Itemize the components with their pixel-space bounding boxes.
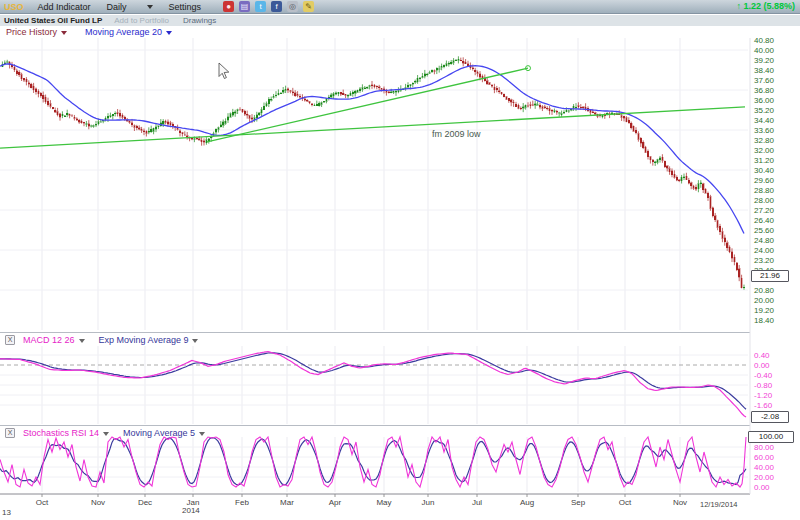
candle-body [81, 121, 83, 122]
candle-body [90, 126, 92, 127]
candle-body [659, 158, 661, 160]
candle-body [657, 160, 659, 162]
candle-body [321, 103, 323, 105]
candle-body [669, 169, 671, 172]
candle-body [530, 105, 532, 106]
macd-dropdown[interactable]: MACD 12 26 [23, 335, 85, 345]
candle-body [335, 93, 337, 94]
stoch-ma-dropdown[interactable]: Moving Average 5 [123, 428, 205, 438]
company-name: United States Oil Fund LP [4, 16, 102, 25]
candle-body [436, 68, 438, 70]
candle-body [230, 114, 232, 117]
price-history-dropdown[interactable]: Price History [6, 27, 67, 37]
symbol-badge[interactable]: USO [4, 2, 24, 12]
candle-body [621, 116, 623, 118]
daily-dropdown-caret-icon[interactable] [147, 5, 153, 9]
candle-body [66, 113, 68, 115]
x-axis-label: Mar [280, 498, 294, 507]
candle-body [446, 64, 448, 66]
candle-body [153, 128, 155, 131]
x-axis-label: Feb [235, 498, 249, 507]
twitter-icon[interactable]: t [255, 1, 266, 12]
candle-body [702, 184, 704, 190]
candle-body [681, 177, 683, 181]
menu-daily[interactable]: Daily [107, 2, 127, 12]
candle-body [508, 98, 510, 100]
candle-body [412, 83, 414, 84]
library-icon[interactable]: ▤ [239, 1, 250, 12]
macd-close-button[interactable]: X [5, 335, 15, 345]
candle-body [64, 116, 66, 117]
candle-body [251, 118, 253, 120]
camera-icon[interactable]: ◎ [287, 1, 298, 12]
candle-body [203, 141, 205, 142]
price-axis-label: 24.80 [754, 236, 775, 245]
candle-body [573, 106, 575, 108]
candle-body [14, 67, 16, 70]
candle-body [743, 287, 745, 288]
notes-icon[interactable]: ✎ [303, 1, 314, 12]
candle-body [494, 87, 496, 89]
quote-change-text: 1.22 (5.88%) [743, 1, 795, 11]
candle-body [249, 116, 251, 119]
year-left-label: 13 [2, 508, 11, 517]
candle-body [131, 123, 133, 125]
x-axis-label: Oct [36, 498, 49, 507]
candle-body [522, 107, 524, 108]
candle-body [316, 104, 318, 106]
candle-body [299, 96, 301, 97]
price-axis-label: 37.60 [754, 76, 775, 85]
candle-body [59, 114, 61, 117]
candle-body [652, 160, 654, 162]
x-axis-label: Aug [520, 498, 534, 507]
candle-body [98, 122, 100, 124]
candle-body [378, 87, 380, 88]
chart-canvas[interactable]: OctNovDecJanFebMarAprMayJunJulAugSepOctN… [0, 0, 800, 520]
candle-body [537, 105, 539, 106]
candle-body [518, 105, 520, 108]
candle-body [280, 93, 282, 94]
drawings-link[interactable]: Drawings [183, 16, 216, 25]
stoch-close-button[interactable]: X [5, 428, 15, 438]
candle-body [736, 263, 738, 270]
candle-body [374, 85, 376, 86]
moving-average-dropdown[interactable]: Moving Average 20 [85, 27, 172, 37]
menu-settings[interactable]: Settings [169, 2, 202, 12]
candle-body [434, 71, 436, 72]
candle-body [268, 99, 270, 103]
macd-signal-dropdown[interactable]: Exp Moving Average 9 [99, 335, 199, 345]
price-axis-label: 36.00 [754, 96, 775, 105]
price-axis-label: 20.00 [754, 296, 775, 305]
facebook-icon[interactable]: f [271, 1, 282, 12]
menu-add-indicator[interactable]: Add Indicator [38, 2, 91, 12]
candle-body [306, 100, 308, 101]
candle-body [566, 110, 568, 111]
candle-body [167, 122, 169, 124]
add-to-portfolio-link[interactable]: Add to Portfolio [114, 16, 169, 25]
candle-body [650, 157, 652, 160]
candle-body [129, 121, 131, 122]
candle-body [227, 117, 229, 121]
candle-body [184, 135, 186, 136]
macd-axis-label: -1.20 [754, 391, 773, 400]
candle-body [645, 147, 647, 152]
price-axis-label: 31.20 [754, 156, 775, 165]
alarm-icon[interactable]: ● [223, 1, 234, 12]
stoch-dropdown[interactable]: Stochastics RSI 14 [23, 428, 109, 438]
candle-body [50, 104, 52, 107]
candle-body [198, 139, 200, 140]
price-axis-label: 36.80 [754, 86, 775, 95]
candle-body [112, 114, 114, 115]
candle-body [724, 238, 726, 242]
macd-axis-label: -0.80 [754, 381, 773, 390]
candle-body [417, 78, 419, 81]
candle-body [208, 139, 210, 141]
candle-body [52, 107, 54, 109]
x-axis-label: Nov [91, 498, 105, 507]
candle-body [186, 136, 188, 137]
annotation-text[interactable]: fm 2009 low [432, 129, 481, 139]
candle-body [674, 174, 676, 177]
candle-body [407, 85, 409, 87]
candle-body [640, 138, 642, 143]
candle-body [117, 113, 119, 114]
